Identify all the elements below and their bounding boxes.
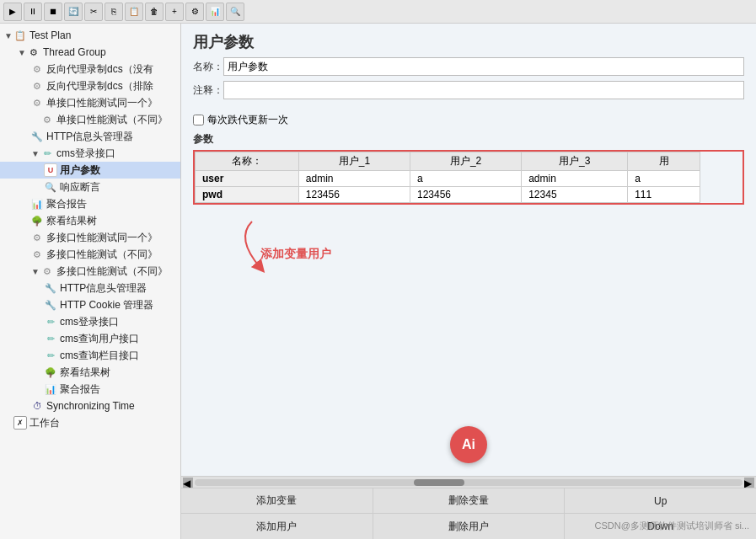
sidebar-item-proxy2[interactable]: ⚙ 反向代理录制dcs（排除 [0, 77, 180, 94]
httpcookie-label: HTTP Cookie 管理器 [60, 298, 153, 312]
cell-user1-1: 123456 [298, 187, 410, 203]
sidebar-item-cms[interactable]: ▼ ✏ cms登录接口 [0, 145, 180, 162]
sidebar-item-aggregate[interactable]: 📊 聚合报告 [0, 195, 180, 212]
proxy2-label: 反向代理录制dcs（排除 [46, 79, 153, 93]
scroll-right-btn[interactable]: ▶ [744, 478, 754, 488]
h-scrollbar[interactable]: ◀ ▶ [181, 476, 756, 488]
checkbox-row: 每次跌代更新一次 [193, 113, 744, 127]
cms-icon: ✏ [40, 147, 54, 160]
col-header-user1: 用户_1 [298, 152, 410, 171]
sidebar-item-testplan[interactable]: ▼ 📋 Test Plan [0, 27, 180, 44]
proxy1-icon: ⚙ [30, 62, 44, 76]
sidebar-item-httpmgr2[interactable]: 🔧 HTTP信息头管理器 [0, 280, 180, 296]
userparam-label: 用户参数 [60, 163, 100, 178]
sidebar-item-sync[interactable]: ⏱ Synchronizing Time [0, 398, 180, 414]
testplan-icon: 📋 [13, 29, 27, 42]
viewtree2-icon: 🌳 [44, 366, 57, 379]
httpmgr2-icon: 🔧 [44, 281, 57, 295]
panel-title: 用户参数 [181, 24, 756, 57]
params-table-container: 名称： 用户_1 用户_2 用户_3 用 user admin [193, 150, 744, 205]
toolbar-btn-2[interactable]: ⏸ [24, 3, 42, 21]
httpmgr-label: HTTP信息头管理器 [46, 130, 133, 144]
toolbar-btn-1[interactable]: ▶ [3, 3, 22, 21]
proxy2-icon: ⚙ [30, 79, 44, 93]
cell-user2-0: a [410, 171, 522, 187]
table-row: user admin a admin a [196, 171, 700, 187]
sidebar-item-cmsnav[interactable]: ✏ cms查询栏目接口 [0, 347, 180, 364]
scroll-left-btn[interactable]: ◀ [183, 478, 193, 488]
sync-label: Synchronizing Time [46, 400, 135, 412]
toolbar-btn-4[interactable]: 🔄 [64, 3, 83, 21]
cmsnav-icon: ✏ [44, 349, 57, 362]
sidebar-item-viewtree2[interactable]: 🌳 察看结果树 [0, 364, 180, 381]
cms2-label: cms登录接口 [60, 315, 119, 329]
workbench-label: 工作台 [29, 416, 60, 430]
name-label: 名称： [193, 60, 223, 74]
sidebar-item-cms2[interactable]: ✏ cms登录接口 [0, 313, 180, 330]
toolbar-btn-5[interactable]: ✂ [84, 3, 103, 21]
note-input[interactable] [223, 81, 744, 99]
down-button[interactable]: Down [565, 514, 756, 539]
delete-user-button[interactable]: 删除用户 [373, 514, 566, 539]
threadgroup-icon: ⚙ [27, 45, 40, 59]
toolbar-btn-10[interactable]: ⚙ [185, 3, 204, 21]
main-area: ▼ 📋 Test Plan ▼ ⚙ Thread Group ⚙ 反向代理录制d… [0, 24, 756, 539]
sidebar-item-threadgroup[interactable]: ▼ ⚙ Thread Group [0, 44, 180, 61]
sidebar-item-httpmgr[interactable]: 🔧 HTTP信息头管理器 [0, 128, 180, 145]
name-row: 名称： [193, 57, 744, 76]
sidebar-item-multi3[interactable]: ▼ ⚙ 多接口性能测试（不同》 [0, 263, 180, 280]
sidebar-item-viewtree[interactable]: 🌳 察看结果树 [0, 212, 180, 229]
multi2-icon: ⚙ [30, 248, 44, 261]
delete-variable-button[interactable]: 删除变量 [373, 488, 566, 513]
note-row: 注释： [193, 81, 744, 99]
update-checkbox[interactable] [193, 115, 204, 125]
add-user-button[interactable]: 添加用户 [181, 514, 373, 539]
perf2-label: 单接口性能测试（不同》 [56, 113, 168, 127]
cmsquery-icon: ✏ [44, 332, 57, 345]
sidebar-item-httpcookie[interactable]: 🔧 HTTP Cookie 管理器 [0, 296, 180, 313]
perf2-icon: ⚙ [40, 113, 54, 126]
toolbar-btn-6[interactable]: ⎘ [105, 3, 123, 21]
toolbar-btn-9[interactable]: + [165, 3, 184, 21]
sidebar-item-proxy1[interactable]: ⚙ 反向代理录制dcs（没有 [0, 61, 180, 77]
params-section: 参数 名称： 用户_1 用户_2 用户_3 用 [181, 132, 756, 476]
sidebar-item-perf2[interactable]: ▶ ⚙ 单接口性能测试（不同》 [0, 111, 180, 128]
sidebar-item-userparam[interactable]: U 用户参数 [0, 162, 180, 179]
perf1-label: 单接口性能测试同一个》 [46, 96, 158, 110]
right-panel: 用户参数 名称： 注释： 每次跌代更新一次 参数 [181, 24, 756, 539]
toolbar-btn-8[interactable]: 🗑 [145, 3, 164, 21]
sidebar-item-response[interactable]: 🔍 响应断言 [0, 179, 180, 195]
toolbar-btn-3[interactable]: ⏹ [44, 3, 62, 21]
sidebar-item-workbench[interactable]: ▶ ✗ 工作台 [0, 414, 180, 431]
col-header-user4: 用 [628, 152, 700, 171]
userparam-icon: U [44, 163, 57, 177]
toolbar-btn-7[interactable]: 📋 [125, 3, 143, 21]
h-scroll-thumb[interactable] [414, 479, 464, 486]
name-input[interactable] [223, 57, 744, 76]
checkbox-label: 每次跌代更新一次 [207, 113, 288, 127]
sidebar-item-aggregate2[interactable]: 📊 聚合报告 [0, 381, 180, 398]
expand-arrow-multi3: ▼ [30, 266, 40, 276]
sidebar-item-perf1[interactable]: ⚙ 单接口性能测试同一个》 [0, 94, 180, 111]
sidebar-item-cmsquery[interactable]: ✏ cms查询用户接口 [0, 330, 180, 347]
toolbar-btn-11[interactable]: 📊 [206, 3, 224, 21]
sidebar-item-multi2[interactable]: ⚙ 多接口性能测试（不同》 [0, 246, 180, 263]
cell-user1-0: admin [298, 171, 410, 187]
add-variable-button[interactable]: 添加变量 [181, 488, 373, 513]
httpmgr-icon: 🔧 [30, 130, 44, 143]
up-button[interactable]: Up [565, 488, 756, 513]
toolbar-btn-12[interactable]: 🔍 [226, 3, 244, 21]
annotation-text: 添加变量用户 [260, 247, 331, 262]
cell-user3-1: 12345 [522, 187, 628, 203]
col-header-user3: 用户_3 [522, 152, 628, 171]
multi2-label: 多接口性能测试（不同》 [46, 248, 158, 262]
workbench-icon: ✗ [13, 416, 27, 430]
btn-row-2: 添加用户 删除用户 Down [181, 514, 756, 539]
cms-label: cms登录接口 [56, 147, 115, 161]
cell-name-0: user [196, 171, 299, 187]
sidebar-item-multi1[interactable]: ⚙ 多接口性能测试同一个》 [0, 229, 180, 246]
response-label: 响应断言 [60, 180, 100, 195]
ai-button[interactable]: Ai [450, 426, 487, 463]
proxy1-label: 反向代理录制dcs（没有 [46, 62, 153, 77]
note-label: 注释： [193, 83, 223, 98]
